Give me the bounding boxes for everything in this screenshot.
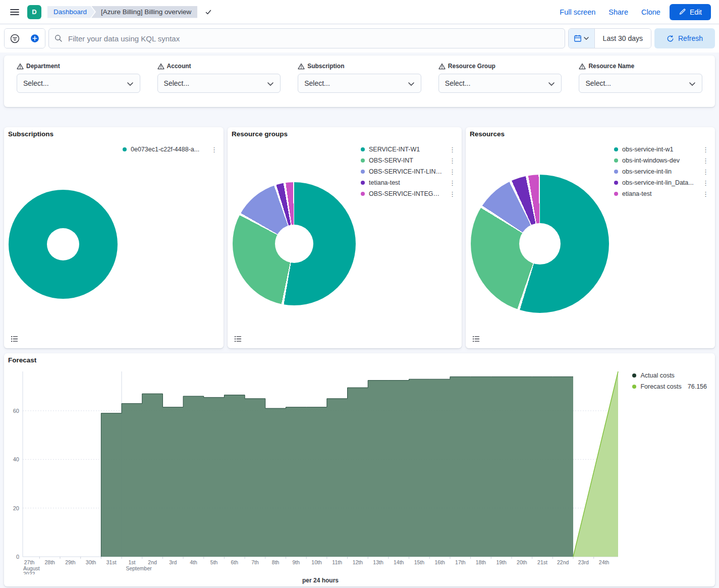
- panel-title: Resources: [470, 130, 505, 138]
- chart-legend: 0e073ec1-c22f-4488-a...⋮: [123, 144, 218, 155]
- legend-label: etiana-test: [622, 190, 697, 197]
- check-icon: [204, 8, 212, 16]
- resource-groups-donut-chart[interactable]: [233, 182, 356, 305]
- list-icon: [234, 336, 242, 342]
- legend-item[interactable]: OBS-SERVICE-INT-LIN_...⋮: [361, 166, 457, 177]
- refresh-button[interactable]: Refresh: [654, 28, 715, 48]
- controls-panel: Department Select... Account Select...: [4, 56, 715, 107]
- svg-text:27th: 27th: [24, 559, 35, 565]
- legend-item[interactable]: tetiana-test⋮: [361, 177, 457, 188]
- date-range-button[interactable]: Last 30 days: [595, 29, 651, 48]
- saved-check-button[interactable]: [204, 8, 212, 16]
- svg-text:10th: 10th: [311, 559, 322, 565]
- breadcrumb-current[interactable]: [Azure Billing] Billing overview: [91, 6, 197, 18]
- legend-item[interactable]: etiana-test⋮: [614, 188, 710, 199]
- legend-item[interactable]: SERVICE-INT-W1⋮: [361, 144, 457, 155]
- subscription-select[interactable]: Select...: [298, 74, 421, 93]
- legend-toggle-button[interactable]: [8, 333, 20, 344]
- panel-title: Resource groups: [232, 130, 288, 138]
- donut-panels-row: Subscriptions 0e073ec1-c22f-4488-a...⋮ R…: [4, 127, 715, 348]
- kebab-menu-icon[interactable]: ⋮: [448, 157, 457, 164]
- kebab-menu-icon[interactable]: ⋮: [448, 180, 457, 186]
- legend-item[interactable]: obs-int-windows-dev⋮: [614, 155, 710, 166]
- date-picker-button[interactable]: [569, 29, 595, 48]
- department-select[interactable]: Select...: [17, 74, 140, 93]
- svg-text:16th: 16th: [434, 559, 445, 565]
- svg-text:13th: 13th: [373, 559, 383, 565]
- kql-search-input[interactable]: [48, 28, 565, 48]
- legend-item[interactable]: 0e073ec1-c22f-4488-a...⋮: [123, 144, 218, 155]
- breadcrumb-dashboard[interactable]: Dashboard: [47, 6, 95, 18]
- edit-button[interactable]: Edit: [670, 4, 711, 20]
- filters-button[interactable]: [5, 29, 25, 48]
- kebab-menu-icon[interactable]: ⋮: [210, 146, 218, 153]
- legend-item[interactable]: obs-service-int-w1⋮: [614, 144, 710, 155]
- kebab-menu-icon[interactable]: ⋮: [701, 157, 710, 164]
- warning-icon: [438, 63, 446, 70]
- chevron-down-icon: [127, 82, 133, 86]
- legend-item[interactable]: OBS-SERVICE-INTEGRA...⋮: [361, 188, 457, 199]
- svg-text:0: 0: [16, 554, 19, 560]
- full-screen-link[interactable]: Full screen: [560, 8, 595, 16]
- legend-item[interactable]: obs-service-int-lin⋮: [614, 166, 710, 177]
- legend-toggle-button[interactable]: [232, 333, 244, 344]
- panel-title: Subscriptions: [8, 130, 53, 138]
- kibana-dashboard-app: D Dashboard [Azure Billing] Billing over…: [0, 0, 719, 588]
- legend-item[interactable]: obs-service-int-lin_Data...⋮: [614, 177, 710, 188]
- control-label-text: Resource Group: [448, 63, 495, 70]
- add-control-button[interactable]: [25, 29, 45, 48]
- dashboard-viewport: Department Select... Account Select...: [0, 52, 719, 588]
- control-label: Subscription: [298, 63, 421, 70]
- legend-dot: [614, 158, 618, 163]
- svg-text:31st: 31st: [106, 559, 117, 565]
- control-label-text: Subscription: [307, 63, 344, 70]
- chevron-down-icon: [689, 82, 695, 86]
- svg-text:30th: 30th: [86, 559, 96, 565]
- kebab-menu-icon[interactable]: ⋮: [701, 146, 710, 153]
- refresh-button-label: Refresh: [678, 34, 703, 42]
- subscriptions-donut-chart[interactable]: [9, 190, 118, 299]
- resource-group-select[interactable]: Select...: [438, 74, 562, 93]
- control-label: Resource Group: [438, 63, 562, 70]
- legend-label: 0e073ec1-c22f-4488-a...: [131, 146, 206, 153]
- kebab-menu-icon[interactable]: ⋮: [448, 146, 457, 153]
- svg-text:20th: 20th: [517, 559, 527, 565]
- svg-text:29th: 29th: [65, 559, 76, 565]
- account-select[interactable]: Select...: [157, 74, 281, 93]
- legend-dot: [614, 192, 618, 196]
- svg-text:3rd: 3rd: [169, 559, 177, 565]
- svg-text:September: September: [126, 565, 152, 571]
- kebab-menu-icon[interactable]: ⋮: [448, 169, 457, 175]
- legend-label: OBS-SERVICE-INT-LIN_...: [369, 168, 444, 175]
- warning-icon: [579, 63, 586, 70]
- legend-dot: [361, 181, 365, 185]
- legend-item[interactable]: OBS-SERV-INT⋮: [361, 155, 457, 166]
- share-link[interactable]: Share: [609, 8, 628, 16]
- legend-toggle-button[interactable]: [470, 333, 482, 344]
- legend-label: obs-int-windows-dev: [622, 157, 697, 164]
- control-label: Resource Name: [579, 63, 702, 70]
- svg-text:60: 60: [13, 408, 19, 414]
- select-placeholder: Select...: [304, 79, 330, 87]
- resources-donut-chart[interactable]: [471, 175, 609, 313]
- forecast-area-chart[interactable]: 020406027th28th29th30th31st1st2nd3rd4th5…: [4, 367, 715, 574]
- control-label: Account: [157, 63, 281, 70]
- chart-legend: obs-service-int-w1⋮obs-int-windows-dev⋮o…: [614, 144, 710, 199]
- kebab-menu-icon[interactable]: ⋮: [701, 169, 710, 175]
- warning-icon: [157, 63, 164, 70]
- resource-name-select[interactable]: Select...: [579, 74, 702, 93]
- x-axis-title: per 24 hours: [23, 577, 618, 584]
- legend-dot: [361, 192, 365, 196]
- space-avatar[interactable]: D: [27, 5, 41, 19]
- svg-text:19th: 19th: [496, 559, 507, 565]
- legend-dot: [361, 158, 365, 163]
- search-icon: [54, 34, 63, 42]
- kebab-menu-icon[interactable]: ⋮: [448, 191, 457, 197]
- controls-button-group: [4, 28, 45, 48]
- svg-text:23rd: 23rd: [578, 559, 589, 565]
- clone-link[interactable]: Clone: [641, 8, 660, 16]
- kebab-menu-icon[interactable]: ⋮: [701, 191, 710, 197]
- menu-button[interactable]: [8, 7, 21, 18]
- svg-text:24th: 24th: [599, 559, 610, 565]
- kebab-menu-icon[interactable]: ⋮: [701, 180, 710, 186]
